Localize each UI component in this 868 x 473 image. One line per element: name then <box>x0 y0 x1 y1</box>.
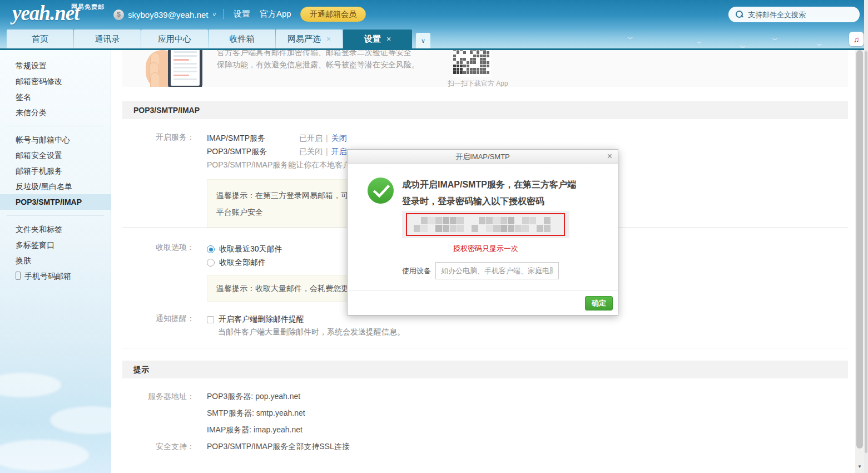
sidebar-item-change-skin[interactable]: 换肤 <box>0 253 111 268</box>
radio-label: 收取最近30天邮件 <box>219 244 282 254</box>
sidebar-item-incoming-classification[interactable]: 来信分类 <box>0 105 111 120</box>
service-status: 已开启 <box>299 132 323 146</box>
sidebar-item-mobile-service[interactable]: 邮箱手机服务 <box>0 163 111 179</box>
window-scrollbar[interactable] <box>864 0 868 473</box>
sidebar-item-label: POP3/SMTP/IMAP <box>16 198 82 206</box>
success-message: 成功开启IMAP/SMTP服务，在第三方客户端登录时，登录密码输入以下授权密码 <box>402 176 581 210</box>
sidebar-item-label: 帐号与邮箱中心 <box>16 135 70 144</box>
content-scrollbar-thumb[interactable] <box>856 50 863 449</box>
pop3-server-value: POP3服务器: pop.yeah.net <box>207 388 350 405</box>
account-menu[interactable]: $ skyboy839@yeah.net ∨ <box>113 8 217 21</box>
account-email: skyboy839@yeah.net <box>128 10 209 19</box>
search-input[interactable] <box>748 11 848 19</box>
tab-bar: 首页 通讯录 应用中心 收件箱 网易严选 × 设置 × ∨ <box>7 29 430 48</box>
device-name-input[interactable] <box>435 262 559 279</box>
sidebar-item-signature[interactable]: 签名 <box>0 89 111 105</box>
server-info-grid: 服务器地址： 安全支持： POP3服务器: pop.yeah.net SMTP服… <box>122 388 350 455</box>
banner-text: 官方客户端具有邮件加密传输、邮箱登录二次验证等安全 保障功能，有效避免信息泄露、… <box>217 50 419 71</box>
confirm-button[interactable]: 确定 <box>585 296 613 311</box>
imap-smtp-enabled-dialog: 开启IMAP/SMTP × 成功开启IMAP/SMTP服务，在第三方客户端登录时… <box>347 149 618 316</box>
sidebar-item-account-center[interactable]: 帐号与邮箱中心 <box>0 132 111 147</box>
ssl-support-value: POP3/SMTP/IMAP服务全部支持SSL连接 <box>207 438 350 455</box>
sidebar-item-label: 邮箱密码修改 <box>16 77 62 86</box>
device-row: 使用设备 <box>402 262 559 279</box>
tab-label: 通讯录 <box>95 34 120 45</box>
header-divider <box>224 9 224 19</box>
chevron-down-icon: ∨ <box>212 12 217 17</box>
sidebar-item-pop3-smtp-imap[interactable]: POP3/SMTP/IMAP <box>0 194 111 210</box>
delete-reminder-checkbox-row[interactable]: 开启客户端删除邮件提醒 <box>207 314 304 325</box>
tab-inbox[interactable]: 收件箱 <box>209 29 275 48</box>
header: ⌄ ⌄ ⌄ ⌄ ⌄ yeah.net 网易免费邮 $ skyboy839@yea… <box>0 0 868 50</box>
radio-unselected-icon[interactable] <box>207 259 215 267</box>
mail-search-box[interactable] <box>728 7 860 22</box>
bird-decoration: ⌄ <box>770 33 780 42</box>
sidebar-item-label: 邮箱手机服务 <box>16 166 62 175</box>
sidebar-divider <box>7 126 104 126</box>
tab-label: 首页 <box>32 34 48 45</box>
sidebar-item-antispam-blacklist[interactable]: 反垃圾/黑白名单 <box>0 179 111 194</box>
dialog-footer-divider <box>348 290 618 290</box>
tab-list-dropdown-button[interactable]: ∨ <box>416 33 430 48</box>
banner-line-1: 官方客户端具有邮件加密传输、邮箱登录二次验证等安全 <box>217 50 419 58</box>
authorization-password-masked <box>406 213 565 236</box>
cloud-decoration <box>0 373 61 397</box>
imap-smtp-service-line: IMAP/SMTP服务 已开启 | 关闭 <box>207 132 347 146</box>
imap-server-value: IMAP服务器: imap.yeah.net <box>207 421 350 438</box>
tab-contacts[interactable]: 通讯录 <box>74 29 141 48</box>
coin-icon: $ <box>113 9 124 20</box>
dialog-titlebar[interactable]: 开启IMAP/SMTP × <box>348 150 618 164</box>
pop3-smtp-open-link[interactable]: 开启 <box>331 146 347 159</box>
close-icon[interactable]: × <box>607 151 612 161</box>
tab-app-center[interactable]: 应用中心 <box>141 29 208 48</box>
tab-home[interactable]: 首页 <box>7 29 73 48</box>
sidebar-item-multitab-window[interactable]: 多标签窗口 <box>0 237 111 253</box>
dialog-body: 成功开启IMAP/SMTP服务，在第三方客户端登录时，登录密码输入以下授权密码 … <box>348 164 618 316</box>
yeah-net-logo[interactable]: yeah.net 网易免费邮 <box>12 1 118 28</box>
sidebar-item-security-settings[interactable]: 邮箱安全设置 <box>0 147 111 163</box>
cloud-decoration <box>0 440 89 471</box>
close-icon[interactable]: × <box>386 35 391 43</box>
scrollbar-down-arrow[interactable]: ▼ <box>855 464 864 472</box>
section-title-tips: 提示 <box>122 361 848 378</box>
qr-caption: 扫一扫下载官方 App <box>448 79 497 87</box>
bird-decoration: ⌄ <box>626 32 635 41</box>
checkbox-label: 开启客户端删除邮件提醒 <box>219 314 304 324</box>
sidebar-item-folders-tags[interactable]: 文件夹和标签 <box>0 221 111 237</box>
phone-icon <box>16 272 21 280</box>
header-settings-link[interactable]: 设置 <box>234 9 250 19</box>
device-label: 使用设备 <box>402 266 431 276</box>
separator: | <box>326 146 328 159</box>
sidebar-divider <box>7 215 104 216</box>
close-icon[interactable]: × <box>326 35 331 43</box>
sidebar-item-label: 多标签窗口 <box>16 240 54 249</box>
fetch-all-option[interactable]: 收取全部邮件 <box>207 256 282 269</box>
authorization-password-panel <box>402 211 569 238</box>
banner-line-2: 保障功能，有效避免信息泄露、帐号被盗等潜在安全风险。 <box>217 58 419 71</box>
app-qr-code: 扫一扫下载官方 App <box>448 50 497 87</box>
radio-selected-icon[interactable] <box>207 245 215 253</box>
sidebar-item-phone-number-mailbox[interactable]: 手机号码邮箱 <box>0 268 111 284</box>
yeah-net-mail-settings-page: ⌄ ⌄ ⌄ ⌄ ⌄ yeah.net 网易免费邮 $ skyboy839@yea… <box>0 0 868 473</box>
notify-note: 当邮件客户端大量删除邮件时，系统会发送提醒信息。 <box>218 327 405 337</box>
tab-label: 应用中心 <box>158 34 191 45</box>
tab-settings[interactable]: 设置 × <box>343 29 412 48</box>
tab-yanxuan[interactable]: 网易严选 × <box>276 29 343 48</box>
notify-label: 通知提醒： <box>122 314 195 325</box>
smtp-server-value: SMTP服务器: smtp.yeah.net <box>207 405 350 421</box>
success-check-icon <box>368 178 394 204</box>
music-icon[interactable]: ♫ <box>849 32 864 46</box>
sidebar-item-password-change[interactable]: 邮箱密码修改 <box>0 73 111 89</box>
checkbox-unchecked-icon[interactable] <box>207 316 214 323</box>
window-scrollbar-thumb[interactable] <box>865 51 867 453</box>
content-scrollbar[interactable]: ▼ <box>855 50 864 473</box>
brand-text: yeah.net <box>12 2 79 24</box>
header-app-link[interactable]: 官方App <box>260 9 291 19</box>
sidebar-item-general-settings[interactable]: 常规设置 <box>0 58 111 73</box>
service-switch-label: 开启服务： <box>122 132 195 159</box>
vip-membership-button[interactable]: 开通邮箱会员 <box>300 7 366 22</box>
fetch-30days-option[interactable]: 收取最近30天邮件 <box>207 243 282 256</box>
imap-smtp-close-link[interactable]: 关闭 <box>331 132 347 146</box>
official-app-banner: 官方客户端具有邮件加密传输、邮箱登录二次验证等安全 保障功能，有效避免信息泄露、… <box>122 50 848 87</box>
notify-row: 通知提醒： 开启客户端删除邮件提醒 <box>122 314 848 325</box>
